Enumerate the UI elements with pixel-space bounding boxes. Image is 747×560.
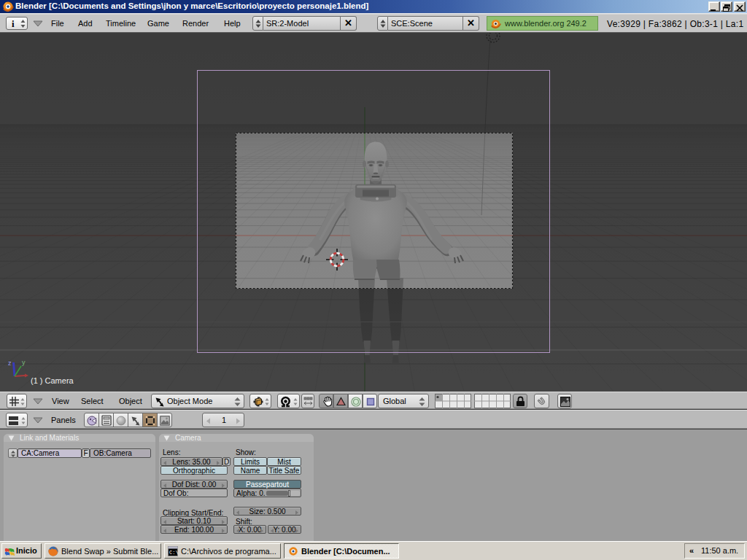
svg-text:z: z	[8, 359, 12, 367]
svg-text:y: y	[22, 359, 26, 366]
svg-text:(1 ) Camera: (1 ) Camera	[31, 376, 74, 385]
svg-text:C:\: C:\	[169, 550, 178, 556]
